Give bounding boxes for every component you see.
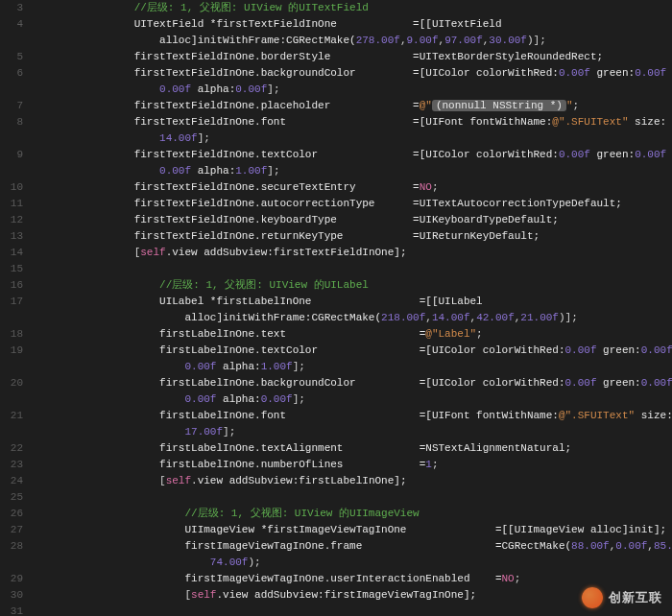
line-number: 14 [0,245,23,261]
code-line: firstTextFieldInOne.font =[UIFont fontWi… [33,114,672,130]
line-number: 16 [0,277,23,294]
watermark: 创新互联 [582,587,662,608]
code-line [33,261,672,277]
code-line: 0.00f alpha:1.00f]; [33,163,672,179]
code-line: UITextField *firstTextFieldInOne =[[UITe… [33,16,672,33]
code-line: firstLabelInOne.text =@"Label"; [33,326,672,343]
code-line: alloc]initWithFrame:CGRectMake(218.00f,1… [33,310,672,326]
code-line: firstTextFieldInOne.secureTextEntry =NO; [33,179,672,196]
code-line: firstTextFieldInOne.autocorrectionType =… [33,196,672,212]
line-number: 21 [0,408,23,424]
line-number: 4 [0,16,23,33]
line-number [0,130,23,147]
line-number: 26 [0,506,23,522]
watermark-text: 创新互联 [609,588,662,607]
code-line: firstTextFieldInOne.textColor =[UIColor … [33,147,672,163]
code-line: firstImageViewTagInOne.frame =CGRectMake… [33,538,672,555]
line-number: 6 [0,65,23,82]
line-number: 3 [0,0,23,16]
code-line: firstTextFieldInOne.keyboardType =UIKeyb… [33,212,672,228]
code-line: 17.00f]; [33,424,672,440]
line-number: 10 [0,179,23,196]
line-number [0,359,23,375]
line-number: 17 [0,294,23,310]
code-line: UILabel *firstLabelInOne =[[UILabel [33,294,672,310]
line-number: 25 [0,489,23,506]
code-line: 0.00f alpha:0.00f]; [33,82,672,98]
line-number: 15 [0,261,23,277]
code-line: [self.view addSubview:firstLabelInOne]; [33,473,672,489]
line-number [0,555,23,571]
code-editor: 3456789101112131415161718192021222324252… [0,0,672,616]
line-number: 13 [0,228,23,245]
line-number: 27 [0,522,23,538]
code-line: UIImageView *firstImageViewTagInOne =[[U… [33,522,672,538]
code-line: 0.00f alpha:1.00f]; [33,359,672,375]
line-number: 24 [0,473,23,489]
code-line: firstImageViewTagInOne.userInteractionEn… [33,571,672,587]
code-line: firstLabelInOne.textColor =[UIColor colo… [33,343,672,359]
line-number: 12 [0,212,23,228]
line-number: 9 [0,147,23,163]
code-line [33,489,672,506]
line-number: 20 [0,375,23,391]
code-line: firstLabelInOne.backgroundColor =[UIColo… [33,375,672,391]
flame-icon [582,587,603,608]
code-line: 0.00f alpha:0.00f]; [33,391,672,408]
code-line: //层级: 1, 父视图: UIView 的UILabel [33,277,672,294]
line-number: 11 [0,196,23,212]
code-line: firstLabelInOne.textAlignment =NSTextAli… [33,440,672,457]
code-line: firstTextFieldInOne.backgroundColor =[UI… [33,65,672,82]
line-number [0,310,23,326]
line-number-gutter: 3456789101112131415161718192021222324252… [0,0,33,616]
line-number: 19 [0,343,23,359]
line-number [0,424,23,440]
code-line: [self.view addSubview:firstImageViewTagI… [33,587,672,604]
line-number [0,82,23,98]
code-line: firstLabelInOne.font =[UIFont fontWithNa… [33,408,672,424]
line-number: 29 [0,571,23,587]
line-number [0,391,23,408]
line-number: 23 [0,457,23,473]
line-number: 5 [0,49,23,65]
code-line [33,604,672,616]
code-line: firstLabelInOne.numberOfLines =1; [33,457,672,473]
line-number [0,33,23,49]
code-line: firstTextFieldInOne.placeholder =@"(nonn… [33,98,672,114]
code-line: //层级: 1, 父视图: UIView 的UIImageView [33,506,672,522]
line-number: 7 [0,98,23,114]
line-number: 8 [0,114,23,130]
code-line: alloc]initWithFrame:CGRectMake(278.00f,9… [33,33,672,49]
code-line: [self.view addSubview:firstTextFieldInOn… [33,245,672,261]
line-number: 31 [0,604,23,616]
code-line: 74.00f); [33,555,672,571]
line-number: 28 [0,538,23,555]
code-line: firstTextFieldInOne.borderStyle =UITextB… [33,49,672,65]
code-line: firstTextFieldInOne.returnKeyType =UIRet… [33,228,672,245]
code-line: //层级: 1, 父视图: UIView 的UITextField [33,0,672,16]
line-number: 18 [0,326,23,343]
line-number [0,163,23,179]
line-number: 30 [0,587,23,604]
code-area[interactable]: //层级: 1, 父视图: UIView 的UITextField UIText… [33,0,672,616]
code-line: 14.00f]; [33,130,672,147]
line-number: 22 [0,440,23,457]
